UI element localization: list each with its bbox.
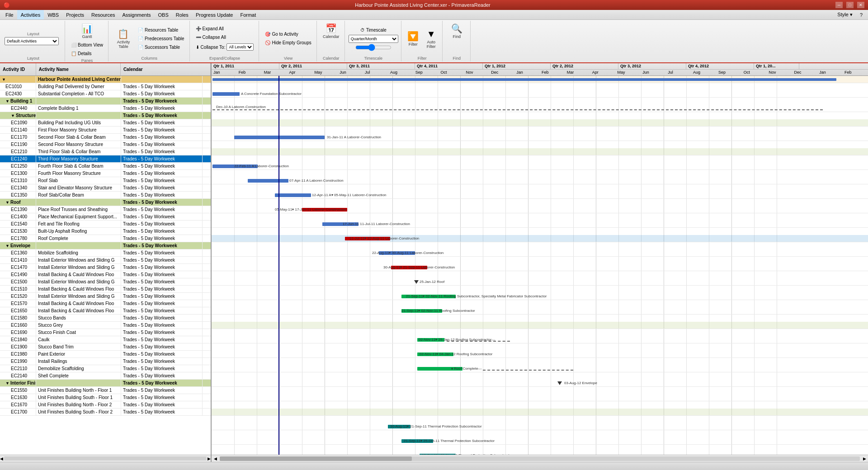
activity-table-button[interactable]: 📋 ActivityTable	[112, 27, 135, 50]
table-row[interactable]: EC1240 Third Floor Masonry Structure Tra…	[0, 155, 211, 163]
filter-button[interactable]: 🔽 Filter	[405, 29, 421, 48]
menu-wbs[interactable]: WBS	[44, 10, 62, 19]
table-row[interactable]: EC1650 Install Backing & Cauld Windows F…	[0, 307, 211, 315]
collapse-to-dropdown[interactable]: All Levels	[226, 43, 254, 51]
scroll-left-button[interactable]: ◀	[0, 455, 3, 462]
table-row[interactable]: EC1390 Place Roof Trusses and Sheathing …	[0, 206, 211, 213]
gantt-body[interactable]: A Concrete Foundation Subcontractor Dec-…	[212, 76, 868, 455]
menu-assignments[interactable]: Assignments	[119, 10, 155, 19]
gantt-row: 03-Aug-12 Envelope	[212, 380, 868, 387]
table-row[interactable]: EC1520 Install Exterior Windows and Slid…	[0, 293, 211, 300]
menu-progress-update[interactable]: Progress Update	[192, 10, 237, 19]
table-row[interactable]: EC1310 Roof Slab Trades - 5 Day Workweek	[0, 177, 211, 184]
table-row[interactable]: ▼ Harbour Pointe Assisted Living Center	[0, 76, 211, 83]
hide-empty-groups-button[interactable]: 🚫 Hide Empty Groups	[263, 39, 313, 47]
scroll-right-button[interactable]: ▶	[208, 455, 211, 462]
cell-calendar: Trades - 5 Day Workweek	[121, 155, 203, 162]
auto-filter-button[interactable]: ▼ AutoFilter	[423, 27, 439, 50]
menu-resources[interactable]: Resources	[88, 10, 119, 19]
table-row[interactable]: EC1400 Place Mechanical Equipment Suppor…	[0, 213, 211, 221]
table-row[interactable]: EC1470 Install Exterior Windows and Slid…	[0, 264, 211, 271]
table-row[interactable]: EC1570 Install Backing & Cauld Windows F…	[0, 300, 211, 307]
table-row[interactable]: EC1690 Stucco Finish Coat Trades - 5 Day…	[0, 329, 211, 336]
horizontal-scrollbar[interactable]	[4, 456, 207, 461]
table-row[interactable]: ▼Interior Finishes Trades - 5 Day Workwe…	[0, 380, 211, 387]
table-row[interactable]: EC1190 Second Floor Masonry Structure Tr…	[0, 141, 211, 148]
table-row[interactable]: EC1580 Stucco Bands Trades - 5 Day Workw…	[0, 315, 211, 322]
table-row[interactable]: EC1250 Fourth Floor Slab & Collar Beam T…	[0, 163, 211, 170]
menu-help[interactable]: ?	[856, 10, 866, 19]
cell-calendar: Trades - 5 Day Workweek	[121, 336, 203, 343]
table-row[interactable]: ▼Building 1 Trades - 5 Day Workweek	[0, 98, 211, 105]
layout-dropdown[interactable]: Default Activities	[5, 37, 59, 45]
table-row[interactable]: ▼Roof Trades - 5 Day Workweek	[0, 199, 211, 206]
table-row[interactable]: EC1500 Install Exterior Windows and Slid…	[0, 278, 211, 286]
gantt-horizontal-scrollbar[interactable]	[220, 456, 860, 461]
gantt-row	[212, 394, 868, 401]
table-row[interactable]: EC1300 Fourth Floor Masonry Structure Tr…	[0, 170, 211, 177]
table-row[interactable]: EC2110 Demobilize Scaffolding Trades - 5…	[0, 365, 211, 372]
table-row[interactable]: EC1630 Unit Finishes Building South - Fl…	[0, 394, 211, 401]
menu-activities[interactable]: Activities	[17, 10, 44, 19]
table-row[interactable]: EC1210 Third Floor Slab & Collar Beam Tr…	[0, 148, 211, 155]
table-row[interactable]: EC1900 Stucco Band Trim Trades - 5 Day W…	[0, 343, 211, 351]
table-row[interactable]: EC1090 Building Pad Including UG Utils T…	[0, 119, 211, 127]
table-row[interactable]: EC1660 Stucco Grey Trades - 5 Day Workwe…	[0, 322, 211, 329]
table-row[interactable]: EC1170 Second Floor Slab & Collar Beam T…	[0, 134, 211, 141]
bar-label: 11-Jul-11▾ 22-Aug-11 Laborer-Constructio…	[349, 236, 419, 240]
bottom-view-button[interactable]: ⬜ Bottom View	[69, 41, 105, 49]
resources-table-button[interactable]: 📄 Resources Table	[136, 26, 187, 34]
predecessors-table-button[interactable]: 📄 Predecessors Table	[136, 35, 187, 42]
table-row[interactable]: EC1010 Building Pad Delivered by Owner T…	[0, 83, 211, 90]
timescale-dropdown[interactable]: Quarter/Month	[349, 35, 398, 43]
table-row[interactable]: EC1140 First Floor Masonry Structure Tra…	[0, 127, 211, 134]
table-row[interactable]: EC1410 Install Exterior Windows and Slid…	[0, 257, 211, 264]
menu-format[interactable]: Format	[236, 10, 259, 19]
month-aug-11: Aug	[388, 70, 414, 75]
find-button[interactable]: 🔍 Find	[448, 22, 465, 40]
menu-roles[interactable]: Roles	[172, 10, 192, 19]
collapse-all-button[interactable]: ➖ Collapse All	[193, 33, 256, 41]
expand-all-button[interactable]: ➕ Expand All	[193, 25, 256, 33]
gantt-scroll-left[interactable]: ◀	[212, 456, 219, 461]
calendar-button[interactable]: 📅 Calendar	[321, 22, 342, 40]
table-row[interactable]: EC2140 Shell Complete Trades - 5 Day Wor…	[0, 372, 211, 380]
table-row[interactable]: EC1840 Caulk Trades - 5 Day Workweek	[0, 336, 211, 343]
timescale-button[interactable]: ⏱ Timescale	[358, 26, 389, 34]
table-row[interactable]: EC1340 Stair and Elevator Masonry Struct…	[0, 184, 211, 192]
table-row[interactable]: EC1540 Felt and Tile Roofing Trades - 5 …	[0, 221, 211, 228]
details-button[interactable]: 📋 Details	[69, 50, 105, 57]
table-row[interactable]: EC1490 Install Backing & Cauld Windows F…	[0, 271, 211, 278]
successors-table-button[interactable]: 📄 Successors Table	[136, 43, 187, 51]
table-row[interactable]: EC1350 Roof Slab/Collar Beam Trades - 5 …	[0, 192, 211, 199]
table-row[interactable]: EC1980 Paint Exterior Trades - 5 Day Wor…	[0, 351, 211, 358]
table-row[interactable]: EC1780 Roof Complete Trades - 5 Day Work…	[0, 235, 211, 242]
menu-style[interactable]: Style ▾	[834, 10, 856, 19]
close-button[interactable]: ✕	[857, 2, 864, 8]
table-row[interactable]: ▼Structure Trades - 5 Day Workweek	[0, 112, 211, 119]
collapse-to-button[interactable]: ⬇ Collapse To: All Levels	[193, 42, 256, 52]
timescale-slider[interactable]	[355, 44, 392, 51]
table-row[interactable]: ▼Envelope Trades - 5 Day Workweek	[0, 242, 211, 249]
gantt-button[interactable]: 📊 Gantt	[79, 22, 95, 40]
gantt-scroll-thumb[interactable]	[220, 456, 412, 461]
minimize-button[interactable]: ─	[835, 2, 843, 8]
menu-projects[interactable]: Projects	[62, 10, 88, 19]
table-row[interactable]: EC2440 Complete Building 1 Trades - 5 Da…	[0, 105, 211, 112]
table-row[interactable]: EC1990 Install Railings Trades - 5 Day W…	[0, 358, 211, 365]
gantt-scroll-right[interactable]: ▶	[861, 456, 868, 461]
table-row[interactable]: EC1360 Mobilize Scaffolding Trades - 5 D…	[0, 249, 211, 257]
table-row[interactable]: EC1510 Install Backing & Cauld Windows F…	[0, 286, 211, 293]
columns-label: Columns	[142, 55, 158, 61]
table-row[interactable]: EC2430 Substantial Completion - All TCO …	[0, 90, 211, 98]
maximize-button[interactable]: □	[846, 2, 854, 8]
cell-id: EC1250	[0, 163, 36, 169]
menu-file[interactable]: File	[2, 10, 17, 19]
table-row[interactable]: EC1550 Unit Finishes Building North - Fl…	[0, 387, 211, 394]
table-row[interactable]: EC1670 Unit Finishes Building North - Fl…	[0, 401, 211, 409]
menu-obs[interactable]: OBS	[155, 10, 172, 19]
go-to-activity-button[interactable]: 🎯 Go to Activity	[263, 30, 313, 38]
table-body[interactable]: ▼ Harbour Pointe Assisted Living Center …	[0, 76, 211, 455]
table-row[interactable]: EC1700 Unit Finishes Building South - Fl…	[0, 409, 211, 416]
table-row[interactable]: EC1530 Built-Up Asphalt Roofing Trades -…	[0, 228, 211, 235]
